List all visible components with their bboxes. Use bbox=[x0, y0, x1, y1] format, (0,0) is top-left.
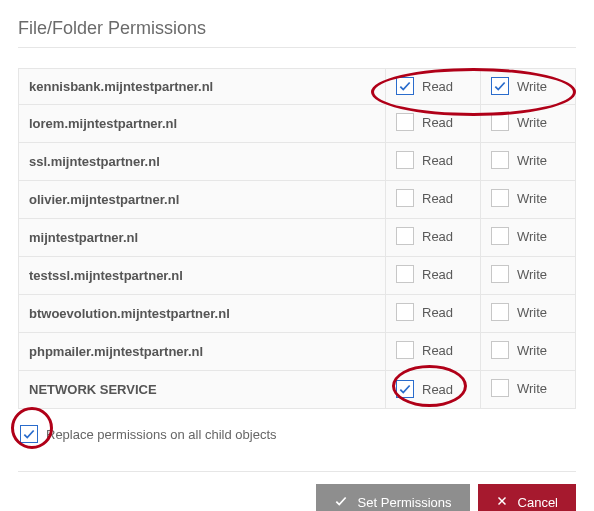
dialog-footer: Set Permissions Cancel bbox=[18, 471, 576, 511]
row-name: testssl.mijntestpartner.nl bbox=[19, 257, 386, 295]
checkbox[interactable] bbox=[396, 303, 414, 321]
checkbox[interactable] bbox=[491, 227, 509, 245]
write-label: Write bbox=[517, 115, 547, 130]
row-name: mijntestpartner.nl bbox=[19, 219, 386, 257]
table-row: lorem.mijntestpartner.nlReadWrite bbox=[19, 105, 576, 143]
read-label: Read bbox=[422, 267, 453, 282]
read-label: Read bbox=[422, 153, 453, 168]
read-checkbox[interactable]: Read bbox=[396, 189, 453, 207]
checkbox[interactable] bbox=[491, 341, 509, 359]
dialog-title: File/Folder Permissions bbox=[18, 18, 576, 48]
permissions-dialog: File/Folder Permissions kennisbank.mijnt… bbox=[0, 0, 594, 511]
write-checkbox[interactable]: Write bbox=[491, 189, 547, 207]
row-name: olivier.mijntestpartner.nl bbox=[19, 181, 386, 219]
write-checkbox[interactable]: Write bbox=[491, 227, 547, 245]
write-label: Write bbox=[517, 267, 547, 282]
read-checkbox[interactable]: Read bbox=[396, 265, 453, 283]
write-label: Write bbox=[517, 153, 547, 168]
read-checkbox[interactable]: Read bbox=[396, 113, 453, 131]
set-permissions-label: Set Permissions bbox=[358, 495, 452, 510]
row-name: ssl.mijntestpartner.nl bbox=[19, 143, 386, 181]
read-label: Read bbox=[422, 191, 453, 206]
read-checkbox[interactable]: Read bbox=[396, 227, 453, 245]
row-name: NETWORK SERVICE bbox=[19, 371, 386, 409]
checkbox[interactable] bbox=[491, 113, 509, 131]
checkbox[interactable] bbox=[491, 189, 509, 207]
row-name: lorem.mijntestpartner.nl bbox=[19, 105, 386, 143]
checkbox[interactable] bbox=[396, 227, 414, 245]
checkbox[interactable] bbox=[396, 341, 414, 359]
checkbox[interactable] bbox=[396, 265, 414, 283]
write-label: Write bbox=[517, 343, 547, 358]
permissions-table: kennisbank.mijntestpartner.nlReadWritelo… bbox=[18, 68, 576, 409]
read-checkbox[interactable]: Read bbox=[396, 341, 453, 359]
table-row: btwoevolution.mijntestpartner.nlReadWrit… bbox=[19, 295, 576, 333]
close-icon bbox=[496, 495, 508, 510]
write-checkbox[interactable]: Write bbox=[491, 341, 547, 359]
replace-child-row[interactable]: Replace permissions on all child objects bbox=[18, 423, 576, 445]
checkbox[interactable] bbox=[396, 380, 414, 398]
checkbox[interactable] bbox=[396, 151, 414, 169]
row-name: phpmailer.mijntestpartner.nl bbox=[19, 333, 386, 371]
set-permissions-button[interactable]: Set Permissions bbox=[316, 484, 470, 511]
read-label: Read bbox=[422, 343, 453, 358]
table-row: olivier.mijntestpartner.nlReadWrite bbox=[19, 181, 576, 219]
check-icon bbox=[334, 494, 348, 511]
table-row: testssl.mijntestpartner.nlReadWrite bbox=[19, 257, 576, 295]
write-label: Write bbox=[517, 381, 547, 396]
checkbox[interactable] bbox=[396, 77, 414, 95]
checkbox[interactable] bbox=[396, 189, 414, 207]
read-checkbox[interactable]: Read bbox=[396, 380, 453, 398]
read-label: Read bbox=[422, 305, 453, 320]
checkbox[interactable] bbox=[491, 265, 509, 283]
write-checkbox[interactable]: Write bbox=[491, 113, 547, 131]
write-checkbox[interactable]: Write bbox=[491, 151, 547, 169]
write-checkbox[interactable]: Write bbox=[491, 265, 547, 283]
checkbox[interactable] bbox=[396, 113, 414, 131]
read-label: Read bbox=[422, 115, 453, 130]
checkbox[interactable] bbox=[491, 151, 509, 169]
row-name: btwoevolution.mijntestpartner.nl bbox=[19, 295, 386, 333]
write-label: Write bbox=[517, 79, 547, 94]
read-label: Read bbox=[422, 229, 453, 244]
table-row: NETWORK SERVICEReadWrite bbox=[19, 371, 576, 409]
table-row: mijntestpartner.nlReadWrite bbox=[19, 219, 576, 257]
cancel-label: Cancel bbox=[518, 495, 558, 510]
row-name: kennisbank.mijntestpartner.nl bbox=[19, 69, 386, 105]
read-checkbox[interactable]: Read bbox=[396, 151, 453, 169]
write-checkbox[interactable]: Write bbox=[491, 303, 547, 321]
table-row: ssl.mijntestpartner.nlReadWrite bbox=[19, 143, 576, 181]
permissions-tbody: kennisbank.mijntestpartner.nlReadWritelo… bbox=[19, 69, 576, 409]
read-label: Read bbox=[422, 382, 453, 397]
write-label: Write bbox=[517, 191, 547, 206]
write-checkbox[interactable]: Write bbox=[491, 379, 547, 397]
checkbox[interactable] bbox=[491, 77, 509, 95]
write-label: Write bbox=[517, 305, 547, 320]
checkbox[interactable] bbox=[491, 379, 509, 397]
write-label: Write bbox=[517, 229, 547, 244]
table-row: phpmailer.mijntestpartner.nlReadWrite bbox=[19, 333, 576, 371]
replace-child-label: Replace permissions on all child objects bbox=[46, 427, 277, 442]
read-label: Read bbox=[422, 79, 453, 94]
read-checkbox[interactable]: Read bbox=[396, 77, 453, 95]
write-checkbox[interactable]: Write bbox=[491, 77, 547, 95]
checkbox[interactable] bbox=[491, 303, 509, 321]
read-checkbox[interactable]: Read bbox=[396, 303, 453, 321]
table-row: kennisbank.mijntestpartner.nlReadWrite bbox=[19, 69, 576, 105]
replace-child-checkbox[interactable] bbox=[20, 425, 38, 443]
cancel-button[interactable]: Cancel bbox=[478, 484, 576, 511]
